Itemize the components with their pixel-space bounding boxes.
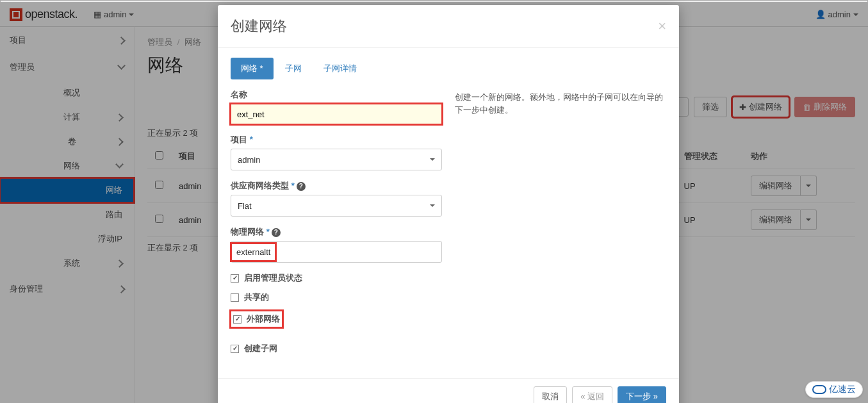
cancel-button[interactable]: 取消 <box>534 386 567 403</box>
admin-state-label: 启用管理员状态 <box>244 272 302 284</box>
back-button[interactable]: « 返回 <box>572 386 612 403</box>
admin-state-checkbox[interactable]: ✓ 启用管理员状态 <box>231 272 442 284</box>
name-input[interactable] <box>231 104 442 124</box>
provider-type-select[interactable]: Flat <box>231 195 442 217</box>
project-select-value: admin <box>238 155 260 165</box>
external-label: 外部网络 <box>247 313 280 325</box>
caret-down-icon <box>430 204 435 207</box>
modal-tabs: 网络 * 子网 子网详情 <box>231 58 666 79</box>
watermark-badge: 亿速云 <box>805 381 863 398</box>
create-subnet-checkbox[interactable]: ✓ 创建子网 <box>231 343 442 354</box>
help-icon[interactable]: ? <box>297 182 306 191</box>
help-icon[interactable]: ? <box>272 228 281 237</box>
cloud-icon <box>812 385 826 394</box>
checkbox-icon: ✓ <box>231 345 239 353</box>
shared-checkbox[interactable]: 共享的 <box>231 292 442 303</box>
caret-down-icon <box>430 158 435 161</box>
label-physical-network: 物理网络 *? <box>231 226 442 238</box>
tab-network-label: 网络 <box>241 63 258 73</box>
physical-network-input[interactable]: externaltt <box>231 243 275 261</box>
next-button[interactable]: 下一步 » <box>618 386 666 403</box>
tab-network[interactable]: 网络 * <box>231 58 274 79</box>
create-network-modal: 创建网络 × 网络 * 子网 子网详情 名称 项目 * a <box>218 5 679 403</box>
close-icon[interactable]: × <box>658 18 666 35</box>
label-project: 项目 * <box>231 134 442 145</box>
tab-subnet-detail[interactable]: 子网详情 <box>313 58 367 79</box>
label-name: 名称 <box>231 89 442 101</box>
label-provider-type: 供应商网络类型 *? <box>231 180 442 192</box>
checkbox-icon <box>231 293 239 302</box>
modal-help-text: 创建一个新的网络。额外地，网络中的子网可以在向导的下一步中创建。 <box>455 89 666 362</box>
create-subnet-label: 创建子网 <box>244 343 277 354</box>
shared-label: 共享的 <box>244 292 269 303</box>
project-select[interactable]: admin <box>231 149 442 170</box>
external-checkbox[interactable]: ✓ 外部网络 <box>231 311 283 327</box>
provider-type-value: Flat <box>238 201 252 211</box>
modal-title: 创建网络 <box>231 17 287 36</box>
checkbox-icon: ✓ <box>231 274 239 283</box>
tab-subnet[interactable]: 子网 <box>275 58 312 79</box>
watermark-text: 亿速云 <box>829 384 856 395</box>
checkbox-icon: ✓ <box>233 315 242 324</box>
